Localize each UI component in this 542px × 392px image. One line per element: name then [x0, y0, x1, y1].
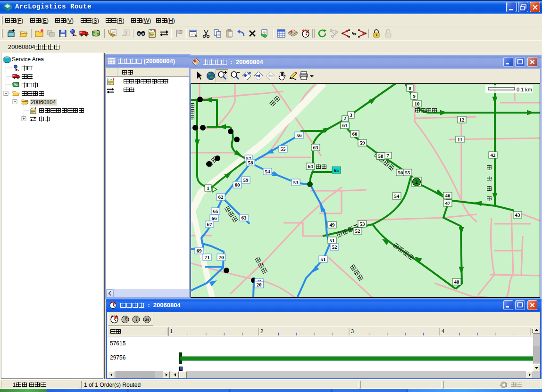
svg-text:51: 51	[321, 256, 326, 262]
svg-text:2: 2	[260, 328, 263, 334]
svg-text:61: 61	[342, 122, 348, 128]
svg-text:54: 54	[394, 193, 400, 199]
svg-text:56: 56	[398, 170, 404, 175]
svg-text:3: 3	[350, 112, 352, 118]
svg-text:2: 2	[415, 179, 418, 185]
svg-text:42: 42	[491, 152, 496, 158]
svg-text:53: 53	[360, 221, 366, 227]
svg-text:60: 60	[235, 182, 241, 188]
svg-text:55: 55	[281, 146, 286, 152]
svg-text:48: 48	[454, 279, 460, 285]
svg-text:66: 66	[212, 215, 217, 221]
svg-text:67: 67	[207, 221, 213, 227]
svg-text:59: 59	[360, 140, 366, 146]
svg-text:59: 59	[243, 177, 249, 183]
svg-text:52: 52	[355, 228, 361, 234]
svg-text:9: 9	[413, 93, 416, 99]
svg-text:55: 55	[405, 170, 411, 175]
svg-text:0.1 km: 0.1 km	[517, 87, 532, 92]
svg-text:47: 47	[445, 200, 451, 206]
svg-text:8: 8	[409, 85, 411, 91]
svg-text:4: 4	[442, 328, 444, 334]
svg-text:11: 11	[458, 137, 462, 142]
svg-text:62: 62	[218, 194, 224, 200]
svg-text:3: 3	[351, 328, 354, 334]
svg-text:7: 7	[386, 153, 389, 158]
svg-text:49: 49	[330, 222, 335, 228]
svg-text:65: 65	[213, 208, 219, 214]
svg-text:70: 70	[219, 254, 225, 260]
svg-text:60: 60	[352, 131, 358, 137]
svg-text:63: 63	[313, 145, 319, 150]
svg-text:69: 69	[197, 248, 202, 253]
svg-text:43: 43	[515, 212, 521, 218]
svg-text:63: 63	[242, 215, 247, 220]
svg-text:56: 56	[297, 132, 302, 138]
svg-text:20: 20	[257, 282, 262, 287]
svg-text:71: 71	[205, 254, 210, 260]
svg-text:12: 12	[459, 117, 465, 122]
svg-text:51: 51	[330, 237, 335, 243]
svg-text:58: 58	[248, 160, 254, 165]
svg-text:65: 65	[334, 167, 340, 173]
svg-text:10: 10	[415, 101, 420, 106]
svg-text:53: 53	[293, 180, 299, 185]
svg-text:46: 46	[445, 193, 451, 198]
svg-text:2: 2	[344, 116, 346, 121]
svg-text:58: 58	[378, 153, 384, 159]
svg-text:24: 24	[145, 318, 149, 321]
svg-text:52: 52	[332, 244, 338, 250]
svg-text:1: 1	[170, 328, 173, 334]
svg-text:1: 1	[207, 185, 209, 191]
svg-text:64: 64	[308, 163, 314, 169]
svg-text:54: 54	[265, 169, 271, 174]
